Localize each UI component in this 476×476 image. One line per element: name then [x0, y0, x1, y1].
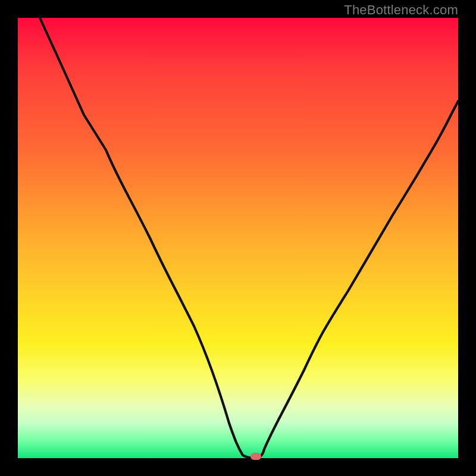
- bottleneck-curve: [40, 18, 458, 458]
- optimum-marker: [250, 453, 261, 460]
- watermark-text: TheBottleneck.com: [344, 2, 458, 18]
- curve-layer: [0, 0, 476, 476]
- chart-frame: TheBottleneck.com: [0, 0, 476, 476]
